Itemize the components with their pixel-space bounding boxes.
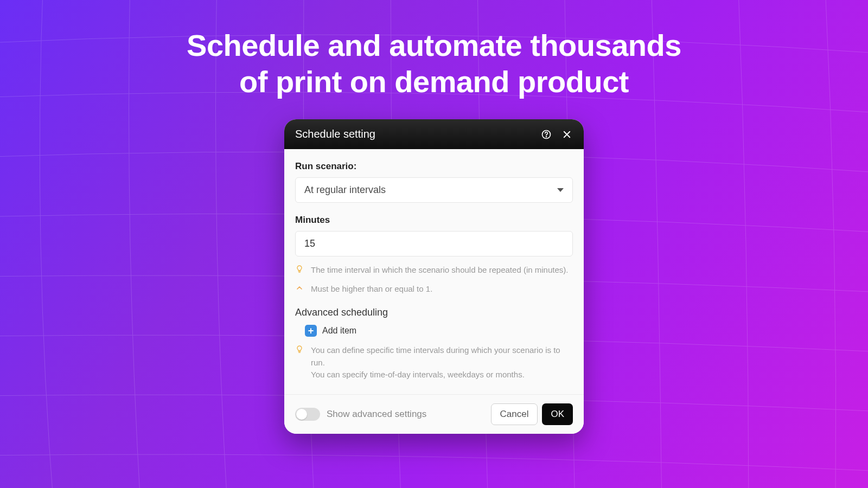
dialog-header: Schedule setting xyxy=(284,119,584,149)
chevron-up-icon xyxy=(295,284,304,292)
advanced-scheduling-label: Advanced scheduling xyxy=(295,307,573,318)
minutes-hint-row: The time interval in which the scenario … xyxy=(295,264,573,277)
add-item-button[interactable]: + Add item xyxy=(295,325,573,337)
help-icon[interactable] xyxy=(540,129,552,140)
minutes-rule-row: Must be higher than or equal to 1. xyxy=(295,283,573,296)
ok-button[interactable]: OK xyxy=(542,403,573,425)
plus-icon: + xyxy=(305,325,317,337)
toggle-knob xyxy=(296,409,307,420)
advanced-hint-row: You can define specific time intervals d… xyxy=(295,344,573,381)
add-item-label: Add item xyxy=(322,326,356,336)
run-scenario-select[interactable]: At regular intervals xyxy=(295,177,573,203)
svg-point-1 xyxy=(546,136,547,137)
run-scenario-value: At regular intervals xyxy=(304,184,386,196)
advanced-hint-line2: You can specify time-of-day intervals, w… xyxy=(311,369,573,381)
lightbulb-icon xyxy=(295,345,304,354)
hero-title: Schedule and automate thousands of print… xyxy=(0,27,868,100)
close-icon[interactable] xyxy=(561,129,573,140)
minutes-label: Minutes xyxy=(295,215,573,226)
run-scenario-label: Run scenario: xyxy=(295,161,573,172)
minutes-hint-text: The time interval in which the scenario … xyxy=(311,264,568,277)
advanced-hint-line1: You can define specific time intervals d… xyxy=(311,344,573,369)
minutes-input[interactable] xyxy=(295,231,573,256)
dialog-title: Schedule setting xyxy=(295,128,540,140)
hero-line-1: Schedule and automate thousands xyxy=(187,28,681,62)
footer-buttons: Cancel OK xyxy=(491,403,573,425)
hero-line-2: of print on demand product xyxy=(239,65,629,99)
dialog-footer: Show advanced settings Cancel OK xyxy=(284,394,584,434)
dialog-body: Run scenario: At regular intervals Minut… xyxy=(284,149,584,394)
show-advanced-toggle[interactable] xyxy=(295,408,320,421)
chevron-down-icon xyxy=(557,188,564,192)
lightbulb-icon xyxy=(295,265,304,273)
minutes-rule-text: Must be higher than or equal to 1. xyxy=(311,283,432,296)
schedule-setting-dialog: Schedule setting Run scenario: At regula… xyxy=(284,119,584,434)
advanced-hint-text: You can define specific time intervals d… xyxy=(311,344,573,381)
dialog-header-actions xyxy=(540,129,573,140)
show-advanced-label: Show advanced settings xyxy=(327,409,426,420)
cancel-button[interactable]: Cancel xyxy=(491,403,538,425)
